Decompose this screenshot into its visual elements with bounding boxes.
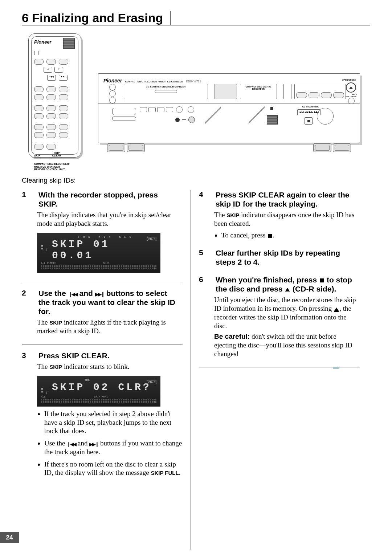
page-title: 6 Finalizing and Erasing — [22, 11, 171, 25]
jog-dial-icon — [317, 108, 334, 125]
eject-icon — [285, 288, 290, 291]
eject-button-icon — [346, 82, 356, 93]
step-6: 6 When you're finished, press to stop th… — [199, 275, 360, 358]
level-slider-icon — [175, 117, 195, 123]
remote-illustration: Pioneer ▢▷ ı◀◀▶▶ı SKIP SKIP CLEAR COMPAC… — [22, 33, 87, 171]
step-4-bullets: To cancel, press . — [214, 231, 360, 240]
step-1-body: The display indicates that you're in ski… — [37, 211, 183, 228]
cd-logo-icon — [63, 38, 75, 49]
step-1-heading: With the recorder stopped, press SKIP. — [38, 190, 176, 208]
unit-subtitle: COMPACT DISC RECORDER / MULTI-CD CHANGER — [124, 81, 183, 83]
cdr-control-label: CD-R CONTROL — [302, 106, 319, 108]
step-3-bullets: If the track you selected in step 2 abov… — [37, 410, 183, 477]
remote-square-buttons: ▢▷ — [44, 67, 63, 73]
open-close-label: OPEN/CLOSE — [342, 79, 356, 81]
remote-skip-buttons: ı◀◀▶▶ı — [47, 75, 68, 81]
step-3-heading: Press SKIP CLEAR. — [38, 351, 176, 360]
unit-brand: Pioneer — [103, 78, 122, 83]
remote-brand: Pioneer — [34, 39, 52, 45]
remote-caption: COMPACT DISC RECORDER/ MULTI-CD CHANGER … — [34, 163, 69, 171]
step-6-body: Until you eject the disc, the recorder s… — [214, 296, 360, 330]
prev-track-icon — [68, 293, 77, 294]
accent-mark — [333, 367, 339, 369]
step-6-heading: When you're finished, press to stop the … — [216, 275, 354, 293]
eject-icon — [334, 307, 339, 311]
step-3: 3 Press SKIP CLEAR. The SKIP indicator s… — [22, 351, 183, 477]
lcd-display-2: CD-R TRK ≡≡♪SKIP 02 CLR? ALLSKIP MONI ▷ — [37, 376, 160, 407]
next-track-icon — [95, 293, 104, 294]
unit-model: PDR-W739 — [185, 80, 201, 83]
rec-mute-label: REC/ REC MUTE — [346, 93, 357, 98]
step-4-heading: Press SKIP CLEAR again to clear the skip… — [216, 190, 354, 208]
right-tray: COMPACT DISC DIGITAL RECORDER — [240, 84, 277, 99]
title-rule — [22, 25, 370, 25]
step-2: 2 Use the and buttons to select the trac… — [22, 289, 183, 335]
intro-text: Clearing skip IDs: — [22, 176, 370, 184]
step-2-heading: Use the and buttons to select the track … — [38, 289, 176, 316]
step-4-body: The SKIP indicator disappears once the s… — [214, 211, 360, 228]
step-5-heading: Clear further skip IDs by repeating step… — [216, 248, 354, 266]
step-3-body: The SKIP indicator starts to blink. — [37, 362, 183, 371]
page-number: 24 — [0, 532, 19, 543]
selector-button-icon — [109, 90, 116, 97]
cd-logo-icon — [267, 115, 278, 125]
unit-illustration: Pioneer COMPACT DISC RECORDER / MULTI-CD… — [98, 33, 370, 171]
step-1: 1 With the recorder stopped, press SKIP.… — [22, 190, 183, 273]
selector-button-icon — [109, 84, 116, 90]
next-track-icon — [89, 444, 98, 444]
remote-skip-labels: SKIP SKIP CLEAR — [34, 152, 75, 157]
stop-icon — [268, 234, 272, 238]
selector-button-icon — [109, 97, 116, 103]
step-2-body: The SKIP indicator lights if the track p… — [37, 318, 183, 335]
stop-button-icon — [305, 117, 313, 125]
step-5: 5 Clear further skip IDs by repeating st… — [199, 248, 360, 266]
lcd-display-1: CD-R TRK MIN SEC ≡≡♪SKIP 01 00.01 ALL P.… — [37, 233, 160, 273]
stop-icon — [320, 278, 324, 282]
step-4: 4 Press SKIP CLEAR again to clear the sk… — [199, 190, 360, 240]
remote-disc-icon — [34, 51, 38, 55]
prev-track-icon — [67, 444, 76, 444]
left-tray: 3-3-COMPACT DISC MULTI CHANGER — [124, 84, 208, 99]
step-6-warning: Be careful: don't switch off the unit be… — [214, 332, 360, 358]
remote-button-row — [34, 59, 68, 65]
